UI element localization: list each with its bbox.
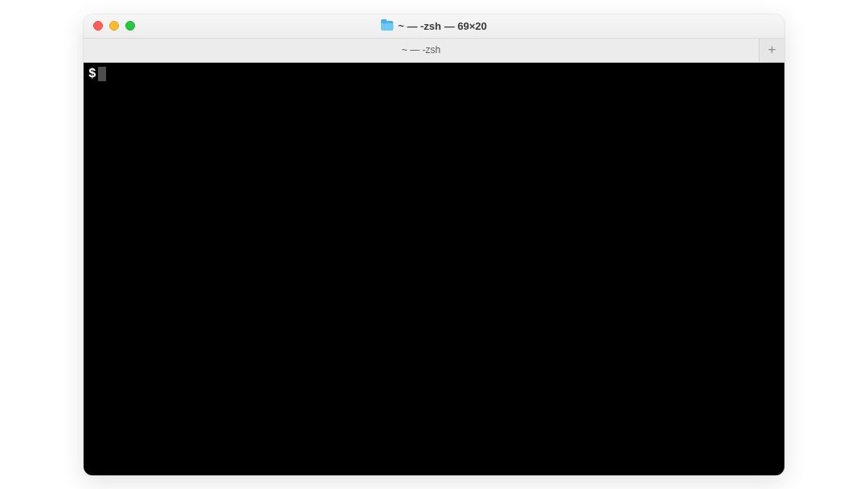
prompt-symbol: $ — [88, 67, 98, 81]
tab-bar: ~ — -zsh + — [84, 39, 784, 63]
folder-icon — [381, 21, 393, 31]
plus-icon: + — [768, 42, 776, 58]
window-title: ~ — -zsh — 69×20 — [398, 20, 487, 32]
tab-label: ~ — -zsh — [402, 44, 440, 55]
traffic-lights — [93, 21, 135, 31]
minimize-icon[interactable] — [109, 21, 119, 31]
terminal-area[interactable]: $ — [84, 63, 784, 475]
text-cursor — [98, 67, 106, 81]
maximize-icon[interactable] — [125, 21, 135, 31]
new-tab-button[interactable]: + — [759, 39, 784, 62]
window-title-group: ~ — -zsh — 69×20 — [381, 20, 487, 32]
terminal-window: ~ — -zsh — 69×20 ~ — -zsh + $ — [84, 14, 784, 475]
close-icon[interactable] — [93, 21, 103, 31]
tab-zsh[interactable]: ~ — -zsh — [84, 39, 759, 62]
titlebar[interactable]: ~ — -zsh — 69×20 — [84, 14, 784, 39]
terminal-line: $ — [88, 66, 780, 82]
